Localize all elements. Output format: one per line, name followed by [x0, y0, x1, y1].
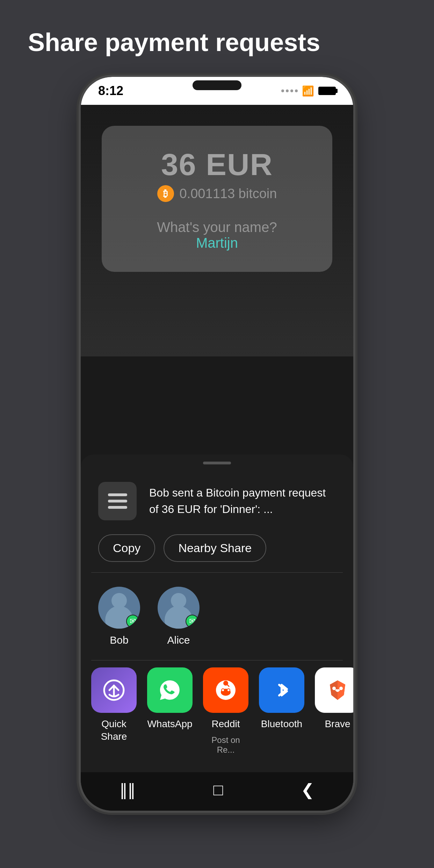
copy-button[interactable]: Copy — [98, 534, 155, 562]
app-brave[interactable]: Brave — [315, 667, 353, 730]
payment-card: 36 EUR ₿ 0.001113 bitcoin What's your na… — [102, 126, 332, 272]
share-preview-text: Bob sent a Bitcoin payment request of 36… — [149, 485, 336, 517]
hamburger-icon — [108, 493, 127, 509]
brave-icon — [315, 667, 353, 713]
app-reddit[interactable]: Reddit Post on Re... — [203, 667, 248, 755]
reddit-icon — [203, 667, 248, 713]
notch — [168, 77, 266, 94]
phone-frame: 8:12 📶 36 EUR — [81, 77, 353, 811]
app-content: 36 EUR ₿ 0.001113 bitcoin What's your na… — [81, 105, 353, 356]
bitcoin-amount: ₿ 0.001113 bitcoin — [119, 185, 315, 202]
phone-screen: 8:12 📶 36 EUR — [81, 77, 353, 811]
quick-share-label: Quick Share — [91, 718, 137, 743]
status-icons: 📶 — [281, 85, 336, 97]
reddit-sublabel: Post on Re... — [203, 735, 248, 755]
name-prompt: What's your name? — [119, 219, 315, 235]
whatsapp-icon — [147, 667, 193, 713]
signal-icon — [281, 89, 298, 92]
page-background: Share payment requests 8:12 📶 — [0, 0, 434, 868]
btc-value: 0.001113 bitcoin — [180, 186, 277, 201]
bob-name: Bob — [110, 634, 128, 646]
battery-icon — [318, 87, 336, 95]
bluetooth-icon — [259, 667, 304, 713]
nav-back-icon[interactable]: ❮ — [301, 780, 314, 799]
share-sheet: Bob sent a Bitcoin payment request of 36… — [81, 455, 353, 811]
status-time: 8:12 — [98, 84, 123, 98]
reddit-label: Reddit — [212, 718, 240, 730]
alice-name: Alice — [167, 634, 190, 646]
app-quick-share[interactable]: Quick Share — [91, 667, 137, 743]
bob-avatar: ✉ — [98, 587, 140, 629]
wifi-icon: 📶 — [302, 85, 314, 97]
nearby-share-button[interactable]: Nearby Share — [164, 534, 266, 562]
share-preview-icon — [98, 482, 137, 520]
svg-point-7 — [227, 689, 230, 691]
notch-inner — [193, 80, 241, 90]
app-whatsapp[interactable]: WhatsApp — [147, 667, 193, 730]
brave-label: Brave — [325, 718, 350, 730]
contacts-row: ✉ Bob ✉ Alice — [81, 573, 353, 660]
nav-recents-icon[interactable]: ‖‖ — [120, 780, 136, 799]
btc-icon: ₿ — [157, 185, 174, 202]
amount-display: 36 EUR — [119, 147, 315, 182]
action-buttons-row: Copy Nearby Share — [81, 534, 353, 572]
alice-whatsapp-badge: ✉ — [186, 615, 199, 628]
quick-share-icon — [91, 667, 137, 713]
share-preview: Bob sent a Bitcoin payment request of 36… — [81, 475, 353, 534]
bluetooth-label: Bluetooth — [261, 718, 302, 730]
nav-home-icon[interactable]: □ — [214, 780, 223, 799]
svg-point-11 — [339, 687, 343, 690]
bob-whatsapp-badge: ✉ — [126, 615, 139, 628]
name-value: Martijn — [119, 235, 315, 251]
apps-row: Quick Share WhatsApp — [81, 660, 353, 772]
contact-alice[interactable]: ✉ Alice — [158, 587, 200, 646]
whatsapp-label: WhatsApp — [147, 718, 192, 730]
svg-point-10 — [332, 687, 336, 690]
status-bar: 8:12 📶 — [81, 77, 353, 105]
app-bluetooth[interactable]: Bluetooth — [259, 667, 304, 730]
alice-avatar: ✉ — [158, 587, 200, 629]
page-title: Share payment requests — [0, 0, 434, 71]
svg-point-6 — [222, 689, 224, 691]
contact-bob[interactable]: ✉ Bob — [98, 587, 140, 646]
nav-bar: ‖‖ □ ❮ — [81, 772, 353, 811]
share-handle — [203, 462, 231, 464]
